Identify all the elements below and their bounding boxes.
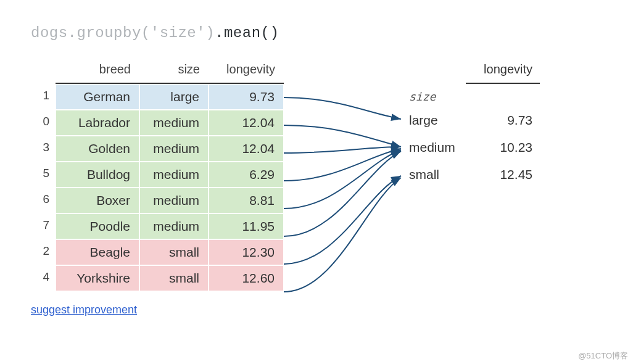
result-key: large bbox=[404, 107, 466, 134]
cell-size: small bbox=[139, 265, 209, 291]
cell-longevity: 12.04 bbox=[209, 110, 284, 136]
result-row: medium10.23 bbox=[404, 134, 540, 161]
index-name-label: size bbox=[404, 84, 540, 107]
result-row: large9.73 bbox=[404, 107, 540, 134]
cell-size: medium bbox=[139, 110, 209, 136]
table-row: 2Beaglesmall12.30 bbox=[31, 239, 284, 265]
header-spacer bbox=[404, 59, 466, 84]
result-header-row: longevity bbox=[404, 59, 540, 84]
cell-breed: Labrador bbox=[56, 110, 139, 136]
code-faded: dogs.groupby('size') bbox=[31, 25, 215, 41]
col-header-breed: breed bbox=[56, 59, 139, 84]
cell-breed: Boxer bbox=[56, 188, 139, 213]
suggest-improvement-link[interactable]: suggest improvement bbox=[31, 304, 137, 316]
table-row: 3Goldenmedium12.04 bbox=[31, 136, 284, 162]
cell-size: small bbox=[139, 239, 209, 265]
row-index: 3 bbox=[31, 136, 56, 162]
watermark: @51CTO博客 bbox=[578, 350, 628, 362]
cell-size: medium bbox=[139, 213, 209, 239]
col-header-longevity: longevity bbox=[466, 59, 540, 84]
cell-longevity: 11.95 bbox=[209, 213, 284, 239]
cell-longevity: 12.04 bbox=[209, 136, 284, 162]
result-value: 10.23 bbox=[466, 134, 540, 161]
cell-size: medium bbox=[139, 136, 209, 162]
header-spacer bbox=[31, 59, 56, 84]
table-row: 1Germanlarge9.73 bbox=[31, 84, 284, 110]
cell-longevity: 12.30 bbox=[209, 239, 284, 265]
table-row: 5Bulldogmedium6.29 bbox=[31, 162, 284, 188]
cell-breed: Golden bbox=[56, 136, 139, 162]
result-key: medium bbox=[404, 134, 466, 161]
cell-breed: German bbox=[56, 84, 139, 110]
code-strong: .mean() bbox=[215, 25, 279, 41]
diagram-row: breed size longevity 1Germanlarge9.730La… bbox=[31, 59, 602, 291]
col-header-longevity: longevity bbox=[209, 59, 284, 84]
table-row: 0Labradormedium12.04 bbox=[31, 110, 284, 136]
cell-longevity: 8.81 bbox=[209, 188, 284, 213]
result-table: longevity size large9.73medium10.23small… bbox=[404, 59, 540, 188]
cell-longevity: 12.60 bbox=[209, 265, 284, 291]
col-header-size: size bbox=[139, 59, 209, 84]
cell-size: large bbox=[139, 84, 209, 110]
table-row: 4Yorkshiresmall12.60 bbox=[31, 265, 284, 291]
cell-breed: Bulldog bbox=[56, 162, 139, 188]
row-index: 2 bbox=[31, 239, 56, 265]
cell-breed: Poodle bbox=[56, 213, 139, 239]
row-index: 6 bbox=[31, 188, 56, 213]
cell-size: medium bbox=[139, 188, 209, 213]
cell-breed: Yorkshire bbox=[56, 265, 139, 291]
table-row: 6Boxermedium8.81 bbox=[31, 188, 284, 213]
cell-breed: Beagle bbox=[56, 239, 139, 265]
result-value: 9.73 bbox=[466, 107, 540, 134]
cell-longevity: 9.73 bbox=[209, 84, 284, 110]
row-index: 5 bbox=[31, 162, 56, 188]
row-index: 1 bbox=[31, 84, 56, 110]
cell-longevity: 6.29 bbox=[209, 162, 284, 188]
row-index: 0 bbox=[31, 110, 56, 136]
table-row: 7Poodlemedium11.95 bbox=[31, 213, 284, 239]
source-table: breed size longevity 1Germanlarge9.730La… bbox=[31, 59, 284, 291]
row-index: 7 bbox=[31, 213, 56, 239]
result-value: 12.45 bbox=[466, 161, 540, 188]
source-table-header-row: breed size longevity bbox=[31, 59, 284, 84]
result-key: small bbox=[404, 161, 466, 188]
row-index: 4 bbox=[31, 265, 56, 291]
code-expression: dogs.groupby('size').mean() bbox=[31, 25, 602, 41]
result-row: small12.45 bbox=[404, 161, 540, 188]
cell-size: medium bbox=[139, 162, 209, 188]
